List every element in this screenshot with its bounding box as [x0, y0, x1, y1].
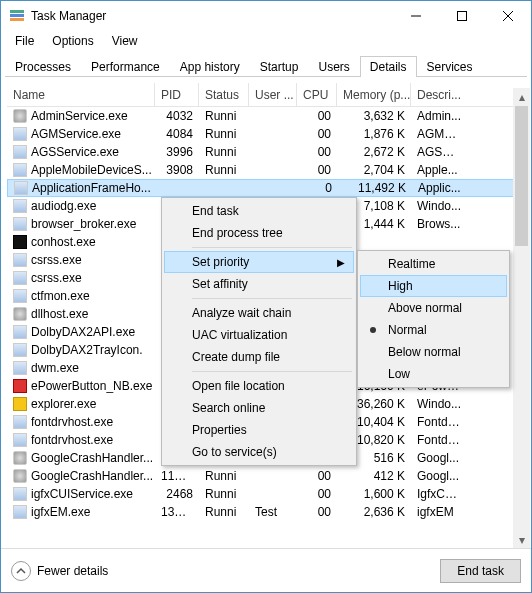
tab-details[interactable]: Details	[360, 56, 417, 77]
table-row[interactable]: AppleMobileDeviceS...3908Runni002,704 KA…	[7, 161, 517, 179]
process-pid: 4032	[155, 109, 199, 123]
process-name: AppleMobileDeviceS...	[31, 163, 152, 177]
process-icon	[13, 199, 27, 213]
table-row[interactable]: ApplicationFrameHo...011,492 KApplic...	[7, 179, 517, 197]
process-pid: 3996	[155, 145, 199, 159]
tab-strip: Processes Performance App history Startu…	[5, 55, 527, 77]
process-memory: 2,704 K	[337, 163, 411, 177]
context-menu: End task End process tree Set priority▶ …	[161, 197, 357, 466]
process-name: AGMService.exe	[31, 127, 121, 141]
ctx-set-affinity[interactable]: Set affinity	[164, 273, 354, 295]
process-desc: igfxEM	[411, 505, 467, 519]
process-name: dwm.exe	[31, 361, 79, 375]
col-pid[interactable]: PID	[155, 83, 199, 106]
titlebar: Task Manager	[1, 1, 531, 31]
priority-normal-label: Normal	[388, 323, 427, 337]
ctx-open-file-location[interactable]: Open file location	[164, 375, 354, 397]
process-icon	[13, 505, 27, 519]
ctx-end-task[interactable]: End task	[164, 200, 354, 222]
priority-normal[interactable]: Normal	[360, 319, 507, 341]
menu-view[interactable]: View	[104, 32, 146, 50]
process-memory: 11,492 K	[338, 181, 412, 195]
process-cpu: 00	[297, 469, 337, 483]
tab-startup[interactable]: Startup	[250, 56, 309, 77]
table-row[interactable]: AdminService.exe4032Runni003,632 KAdmin.…	[7, 107, 517, 125]
process-desc: Applic...	[412, 181, 468, 195]
ctx-set-priority[interactable]: Set priority▶	[164, 251, 354, 273]
separator	[192, 371, 352, 372]
process-name: browser_broker.exe	[31, 217, 136, 231]
menu-file[interactable]: File	[7, 32, 42, 50]
priority-below-normal[interactable]: Below normal	[360, 341, 507, 363]
menu-options[interactable]: Options	[44, 32, 101, 50]
col-status[interactable]: Status	[199, 83, 249, 106]
table-row[interactable]: GoogleCrashHandler...11616Runni00412 KGo…	[7, 467, 517, 485]
priority-low[interactable]: Low	[360, 363, 507, 385]
process-icon	[13, 397, 27, 411]
process-pid: 4084	[155, 127, 199, 141]
process-memory: 412 K	[337, 469, 411, 483]
scroll-up-icon[interactable]: ▴	[513, 88, 530, 105]
process-name: ePowerButton_NB.exe	[31, 379, 152, 393]
process-name: dllhost.exe	[31, 307, 88, 321]
priority-above-normal[interactable]: Above normal	[360, 297, 507, 319]
col-memory[interactable]: Memory (p...	[337, 83, 411, 106]
table-row[interactable]: AGMService.exe4084Runni001,876 KAGMS...	[7, 125, 517, 143]
scroll-thumb[interactable]	[515, 106, 528, 246]
process-desc: AGSSe...	[411, 145, 467, 159]
table-row[interactable]: AGSService.exe3996Runni002,672 KAGSSe...	[7, 143, 517, 161]
column-headers: Name PID Status User ... CPU Memory (p..…	[7, 83, 517, 107]
priority-realtime[interactable]: Realtime	[360, 253, 507, 275]
tab-processes[interactable]: Processes	[5, 56, 81, 77]
col-name[interactable]: Name	[7, 83, 155, 106]
priority-submenu: Realtime High Above normal Normal Below …	[357, 250, 510, 388]
tab-services[interactable]: Services	[417, 56, 483, 77]
col-user[interactable]: User ...	[249, 83, 297, 106]
process-name: GoogleCrashHandler...	[31, 469, 153, 483]
end-task-button[interactable]: End task	[440, 559, 521, 583]
ctx-end-process-tree[interactable]: End process tree	[164, 222, 354, 244]
ctx-search-online[interactable]: Search online	[164, 397, 354, 419]
chevron-up-icon	[11, 561, 31, 581]
ctx-go-to-services[interactable]: Go to service(s)	[164, 441, 354, 463]
close-button[interactable]	[485, 1, 531, 31]
process-desc: Apple...	[411, 163, 467, 177]
process-cpu: 00	[297, 109, 337, 123]
ctx-analyze-wait-chain[interactable]: Analyze wait chain	[164, 302, 354, 324]
ctx-uac-virtualization[interactable]: UAC virtualization	[164, 324, 354, 346]
ctx-properties[interactable]: Properties	[164, 419, 354, 441]
process-icon	[14, 181, 28, 195]
tab-apphistory[interactable]: App history	[170, 56, 250, 77]
app-icon	[9, 8, 25, 24]
scroll-down-icon[interactable]: ▾	[513, 531, 530, 548]
process-status: Runni	[199, 145, 249, 159]
process-icon	[13, 361, 27, 375]
tab-users[interactable]: Users	[308, 56, 359, 77]
svg-rect-4	[458, 12, 467, 21]
process-icon	[13, 307, 27, 321]
col-desc[interactable]: Descri...	[411, 83, 467, 106]
col-cpu[interactable]: CPU	[297, 83, 337, 106]
process-desc: Brows...	[411, 217, 467, 231]
process-status: Runni	[199, 127, 249, 141]
tab-performance[interactable]: Performance	[81, 56, 170, 77]
process-name: fontdrvhost.exe	[31, 415, 113, 429]
ctx-set-priority-label: Set priority	[192, 255, 249, 269]
process-name: ApplicationFrameHo...	[32, 181, 151, 195]
process-pid: 11616	[155, 469, 199, 483]
menubar: File Options View	[1, 31, 531, 51]
priority-high[interactable]: High	[360, 275, 507, 297]
scrollbar[interactable]: ▴ ▾	[513, 88, 530, 548]
fewer-details-button[interactable]: Fewer details	[11, 561, 440, 581]
table-row[interactable]: igfxCUIService.exe2468Runni001,600 KIgfx…	[7, 485, 517, 503]
table-row[interactable]: igfxEM.exe13104RunniTest002,636 KigfxEM	[7, 503, 517, 521]
process-icon	[13, 415, 27, 429]
footer: Fewer details End task	[1, 548, 531, 592]
process-desc: AGMS...	[411, 127, 467, 141]
process-desc: Windo...	[411, 397, 467, 411]
minimize-button[interactable]	[393, 1, 439, 31]
svg-rect-0	[10, 10, 24, 13]
maximize-button[interactable]	[439, 1, 485, 31]
process-icon	[13, 109, 27, 123]
ctx-create-dump-file[interactable]: Create dump file	[164, 346, 354, 368]
